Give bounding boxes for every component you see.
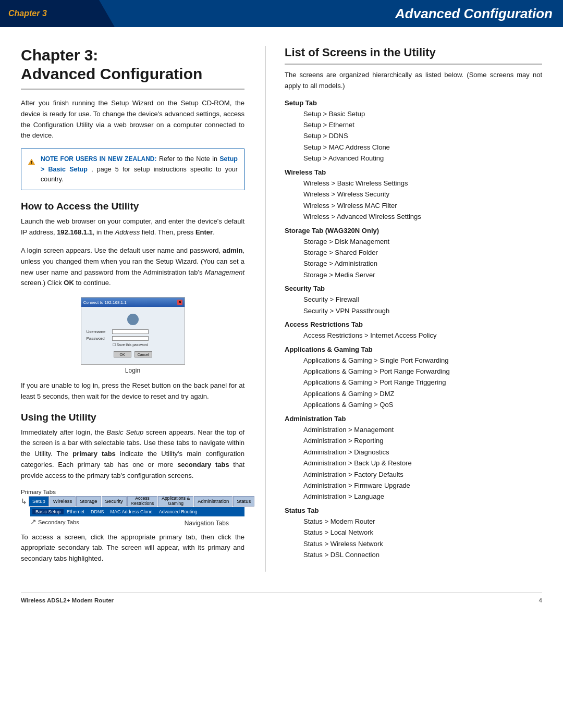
secondary-tab-ethernet[interactable]: Ethernet xyxy=(64,509,88,514)
list-section-title-0: Setup Tab xyxy=(285,99,542,107)
list-section-0: Setup TabSetup > Basic SetupSetup > Ethe… xyxy=(285,99,542,164)
username-field: Username xyxy=(87,329,179,334)
using-utility-heading: Using the Utility xyxy=(21,412,244,423)
list-item: Status > DSL Connection xyxy=(303,549,542,560)
list-section-5: Applications & Gaming TabApplications & … xyxy=(285,346,542,411)
tab-security[interactable]: Security xyxy=(102,496,127,507)
list-section-title-5: Applications & Gaming Tab xyxy=(285,346,542,353)
list-section-3: Security TabSecurity > FirewallSecurity … xyxy=(285,285,542,316)
login-caption: Login xyxy=(125,367,140,374)
header-bar: Chapter 3 Advanced Configuration xyxy=(0,0,563,27)
secondary-tabs-label: Secondary Tabs xyxy=(38,519,79,525)
how-to-access-para3: If you are unable to log in, press the R… xyxy=(21,380,244,402)
tab-setup[interactable]: Setup xyxy=(29,496,49,507)
list-section-1: Wireless TabWireless > Basic Wireless Se… xyxy=(285,168,542,223)
list-item: Applications & Gaming > Port Range Trigg… xyxy=(303,377,542,388)
list-item: Setup > DDNS xyxy=(303,130,542,141)
warning-icon: ! xyxy=(28,154,35,170)
list-items-4: Access Restrictions > Internet Access Po… xyxy=(285,330,542,341)
remember-checkbox: ☐ Save this password xyxy=(113,343,179,347)
list-item: Storage > Administration xyxy=(303,258,542,269)
list-item: Access Restrictions > Internet Access Po… xyxy=(303,330,542,341)
list-of-screens-intro: The screens are organized hierarchically… xyxy=(285,70,542,92)
list-item: Status > Wireless Network xyxy=(303,538,542,549)
right-column: List of Screens in the Utility The scree… xyxy=(266,46,542,572)
user-icon xyxy=(127,314,139,325)
list-item: Setup > Ethernet xyxy=(303,119,542,130)
list-section-4: Access Restrictions TabAccess Restrictio… xyxy=(285,320,542,341)
tab-administration[interactable]: Administration xyxy=(194,496,232,507)
list-item: Applications & Gaming > QoS xyxy=(303,399,542,410)
list-item: Security > VPN Passthrough xyxy=(303,305,542,316)
tab-status[interactable]: Status xyxy=(233,496,254,507)
list-item: Wireless > Wireless Security xyxy=(303,189,542,200)
nav-tabs-caption: Navigation Tabs xyxy=(185,520,229,527)
list-items-2: Storage > Disk ManagementStorage > Share… xyxy=(285,236,542,281)
using-utility-para1: Immediately after login, the Basic Setup… xyxy=(21,427,244,482)
tab-access-restrictions[interactable]: AccessRestrictions xyxy=(127,496,157,507)
password-input xyxy=(112,336,149,341)
list-item: Storage > Media Server xyxy=(303,269,542,280)
list-section-title-1: Wireless Tab xyxy=(285,168,542,176)
secondary-tab-basic-setup[interactable]: Basic Setup xyxy=(32,509,64,514)
list-section-title-2: Storage Tab (WAG320N Only) xyxy=(285,227,542,235)
page-footer: Wireless ADSL2+ Modem Router 4 xyxy=(21,593,542,608)
chapter-subtitle: Advanced Configuration xyxy=(21,65,244,83)
list-item: Status > Modem Router xyxy=(303,516,542,527)
list-sections: Setup TabSetup > Basic SetupSetup > Ethe… xyxy=(285,99,542,561)
list-items-1: Wireless > Basic Wireless SettingsWirele… xyxy=(285,178,542,223)
list-item: Wireless > Basic Wireless Settings xyxy=(303,178,542,189)
list-item: Administration > Diagnostics xyxy=(303,447,542,458)
list-items-7: Status > Modem RouterStatus > Local Netw… xyxy=(285,516,542,561)
list-item: Administration > Factory Defaults xyxy=(303,469,542,480)
tab-storage[interactable]: Storage xyxy=(76,496,101,507)
note-text-before: Refer to the Note in xyxy=(159,155,219,163)
note-label: NOTE FOR USERS IN NEW ZEALAND: xyxy=(41,155,157,163)
primary-tabs-label: Primary Tabs xyxy=(21,489,244,495)
header-title: Advanced Configuration xyxy=(395,6,553,22)
how-to-access-heading: How to Access the Utility xyxy=(21,201,244,212)
left-column: Chapter 3: Advanced Configuration After … xyxy=(21,46,266,572)
chapter-intro: After you finish running the Setup Wizar… xyxy=(21,98,244,141)
list-section-7: Status TabStatus > Modem RouterStatus > … xyxy=(285,507,542,561)
note-text: NOTE FOR USERS IN NEW ZEALAND: Refer to … xyxy=(41,154,238,184)
list-of-screens-heading: List of Screens in the Utility xyxy=(285,46,542,65)
how-to-access-para2: A login screen appears. Use the default … xyxy=(21,245,244,289)
password-field: Password xyxy=(87,336,179,341)
titlebar-text: Connect to 192.168.1.1 xyxy=(83,300,127,305)
login-body: Username Password ☐ Save this password O… xyxy=(81,307,185,364)
list-item: Status > Local Network xyxy=(303,527,542,538)
list-items-0: Setup > Basic SetupSetup > EthernetSetup… xyxy=(285,108,542,164)
chapter-number: Chapter 3: xyxy=(21,46,244,65)
tab-wireless[interactable]: Wireless xyxy=(50,496,76,507)
primary-tabs-row: Setup Wireless Storage Security AccessRe… xyxy=(29,496,255,507)
list-items-6: Administration > ManagementAdministratio… xyxy=(285,424,542,502)
login-window: Connect to 192.168.1.1 ✕ Username Passwo… xyxy=(81,297,185,365)
header-chapter-label: Chapter 3 xyxy=(8,9,47,18)
ok-button: OK xyxy=(114,351,131,357)
list-item: Setup > Advanced Routing xyxy=(303,153,542,164)
list-item: Administration > Back Up & Restore xyxy=(303,458,542,468)
password-label: Password xyxy=(87,336,110,341)
list-section-title-4: Access Restrictions Tab xyxy=(285,320,542,328)
tab-applications-gaming[interactable]: Applications &Gaming xyxy=(158,496,193,507)
list-item: Administration > Reporting xyxy=(303,435,542,446)
svg-text:!: ! xyxy=(31,161,32,165)
list-section-title-3: Security Tab xyxy=(285,285,542,292)
list-item: Wireless > Wireless MAC Filter xyxy=(303,200,542,211)
list-item: Wireless > Advanced Wireless Settings xyxy=(303,211,542,222)
secondary-tabs-row: Basic Setup Ethernet DDNS MAC Address Cl… xyxy=(30,507,244,516)
username-input xyxy=(112,329,149,334)
list-item: Applications & Gaming > Port Range Forwa… xyxy=(303,366,542,377)
list-item: Administration > Firmware Upgrade xyxy=(303,480,542,491)
login-buttons: OK Cancel xyxy=(87,351,179,357)
secondary-tab-ddns[interactable]: DDNS xyxy=(88,509,107,514)
list-section-title-6: Administration Tab xyxy=(285,415,542,423)
nav-tabs-container: Primary Tabs ↳ Setup Wireless Storage Se… xyxy=(21,489,244,527)
primary-tabs-arrow: ↳ xyxy=(21,497,27,505)
footer-product-name: Wireless ADSL2+ Modem Router xyxy=(21,597,114,603)
list-section-title-7: Status Tab xyxy=(285,507,542,514)
footer-page-number: 4 xyxy=(539,597,542,603)
secondary-tab-mac-address-clone[interactable]: MAC Address Clone xyxy=(107,509,156,514)
secondary-tab-advanced-routing[interactable]: Advanced Routing xyxy=(156,509,201,514)
